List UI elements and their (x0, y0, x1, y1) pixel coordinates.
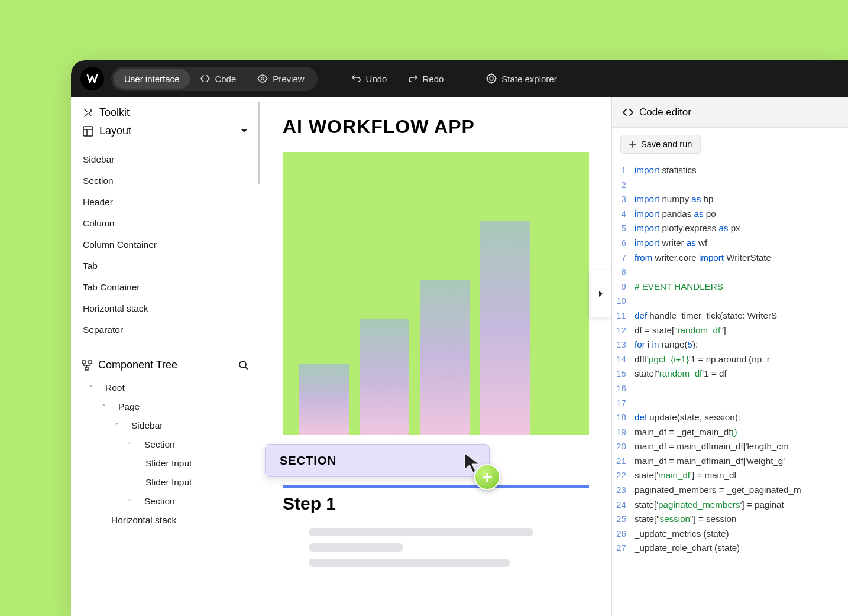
layout-item-tab[interactable]: Tab (83, 255, 260, 277)
search-icon[interactable] (238, 360, 249, 371)
skeleton-placeholder (283, 528, 589, 567)
chart-section: SECTION + (283, 152, 589, 435)
chevron-up-icon: ⌃ (111, 422, 122, 430)
svg-rect-5 (89, 361, 92, 364)
layout-item-column[interactable]: Column (83, 213, 260, 234)
code-editor-panel: Code editor Save and run 1import statist… (611, 97, 848, 616)
layout-item-horizontal-stack[interactable]: Horizontal stack (83, 298, 260, 319)
tree-node-slider-1[interactable]: Slider Input (82, 454, 249, 473)
chart-bar (480, 221, 530, 435)
layout-item-header[interactable]: Header (83, 192, 260, 213)
chart-bar (299, 364, 349, 435)
layout-icon (83, 126, 93, 137)
state-explorer-button[interactable]: State explorer (478, 69, 565, 89)
undo-icon (352, 74, 361, 83)
chevron-up-icon: ⌃ (85, 384, 96, 392)
tree-icon (82, 360, 92, 371)
layout-header[interactable]: Layout (83, 125, 248, 137)
plus-icon: + (474, 464, 500, 490)
layout-item-separator[interactable]: Separator (83, 319, 260, 341)
save-and-run-button[interactable]: Save and run (620, 135, 701, 154)
drop-indicator-line (283, 485, 589, 488)
chart-bar (360, 319, 409, 435)
tree-node-hstack[interactable]: Horizontal stack (82, 511, 249, 530)
mode-code[interactable]: Code (190, 69, 247, 89)
component-tree-title: Component Tree (82, 359, 177, 371)
svg-rect-4 (82, 361, 85, 364)
tree-node-section-1[interactable]: ⌃Section (82, 435, 249, 454)
tree-node-slider-2[interactable]: Slider Input (82, 473, 249, 492)
skeleton-line (309, 559, 510, 567)
plus-icon (629, 141, 636, 148)
chevron-right-icon (598, 290, 604, 298)
chevron-up-icon: ⌃ (124, 498, 135, 505)
app-title: AI WORKFLOW APP (283, 116, 589, 138)
chevron-up-icon: ⌃ (124, 441, 135, 449)
skeleton-line (309, 543, 403, 552)
svg-point-7 (239, 361, 246, 368)
undo-button[interactable]: Undo (344, 69, 396, 89)
mode-switcher: User interface Code Preview (111, 67, 318, 91)
svg-point-1 (487, 74, 496, 83)
tree-node-page[interactable]: ⌃Page (82, 397, 249, 416)
expand-panel-button[interactable] (589, 270, 611, 317)
app-logo (80, 67, 104, 90)
tree-node-section-2[interactable]: ⌃Section (82, 492, 249, 511)
svg-point-2 (490, 77, 493, 80)
cursor-overlay: + (464, 452, 481, 474)
target-icon (486, 73, 497, 84)
svg-rect-3 (83, 127, 93, 136)
layout-item-section[interactable]: Section (83, 170, 260, 192)
bar-chart (299, 221, 589, 435)
code-icon (623, 108, 633, 116)
chevron-up-icon: ⌃ (98, 403, 109, 411)
app-window: User interface Code Preview Undo Redo St… (71, 60, 848, 616)
tree-node-sidebar[interactable]: ⌃Sidebar (82, 416, 249, 435)
svg-rect-6 (85, 367, 88, 370)
dragging-component-badge[interactable]: SECTION (265, 444, 490, 477)
tree-node-root[interactable]: ⌃Root (82, 378, 249, 397)
chevron-down-icon (241, 129, 248, 134)
svg-point-0 (261, 77, 264, 80)
step-title: Step 1 (283, 494, 589, 514)
eye-icon (257, 74, 268, 83)
chart-bar (420, 280, 470, 435)
layout-item-list: Sidebar Section Header Column Column Con… (71, 149, 260, 349)
component-tree-panel: Component Tree ⌃Root ⌃Page ⌃Sidebar ⌃Sec… (71, 349, 260, 616)
toolkit-header: Toolkit (83, 106, 248, 119)
layout-item-sidebar[interactable]: Sidebar (83, 149, 260, 170)
layout-item-tab-container[interactable]: Tab Container (83, 277, 260, 298)
redo-icon (408, 74, 417, 83)
component-tree: ⌃Root ⌃Page ⌃Sidebar ⌃Section Slider Inp… (82, 378, 249, 530)
left-sidebar: Toolkit Layout Sidebar Section Header Co… (71, 97, 260, 616)
code-editor-header: Code editor (612, 97, 848, 128)
code-editor-body[interactable]: 1import statistics23import numpy as hp4i… (612, 160, 848, 616)
canvas-area: AI WORKFLOW APP SECTION + (260, 97, 611, 616)
mode-user-interface[interactable]: User interface (114, 69, 190, 89)
mode-preview[interactable]: Preview (247, 69, 315, 89)
redo-button[interactable]: Redo (400, 69, 452, 89)
layout-item-column-container[interactable]: Column Container (83, 234, 260, 255)
tools-icon (83, 108, 93, 118)
code-toolbar: Save and run (612, 128, 848, 160)
code-icon (200, 74, 210, 83)
topbar: User interface Code Preview Undo Redo St… (71, 60, 848, 97)
skeleton-line (309, 528, 533, 536)
